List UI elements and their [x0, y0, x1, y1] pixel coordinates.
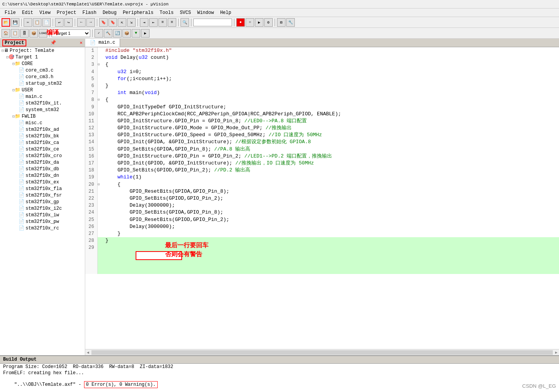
tree-fsr[interactable]: 📄 stm32f10x_fsr: [0, 192, 85, 199]
sep6: [178, 19, 179, 26]
code-line-3: 3 ⊟ {: [85, 61, 559, 68]
build-output: Build Output Program Size: Code=1052 RO-…: [0, 355, 559, 392]
tb2-btn3[interactable]: 🗄: [20, 29, 29, 38]
code-line-11: 11 GPIO_InitStructure.GPIO_Pin = GPIO_Pi…: [85, 118, 559, 125]
tree-core[interactable]: ⊟ 📁 CORE: [0, 60, 85, 67]
tree-ex[interactable]: 📄 stm32f10x_ex: [0, 179, 85, 185]
tb2-btn5[interactable]: LOAD: [39, 29, 47, 38]
back-button[interactable]: ←: [77, 18, 86, 27]
build-icon[interactable]: ●: [236, 18, 245, 27]
bookmark-button[interactable]: 🔖: [99, 18, 108, 27]
tree-startup[interactable]: 📄 startup_stm32: [0, 80, 85, 87]
tree-gp[interactable]: 📄 stm32f10x_gp: [0, 199, 85, 205]
tree-rc[interactable]: 📄 stm32f10x_rc: [0, 225, 85, 231]
tree-system[interactable]: 📄 system_stm32: [0, 106, 85, 113]
tree-root[interactable]: ⊟ 🖥 Project: Temlate: [0, 47, 85, 54]
download-btn[interactable]: ▼: [132, 29, 140, 38]
format2-button[interactable]: ≡: [168, 18, 176, 27]
panel-pin[interactable]: 📌: [50, 40, 56, 46]
stop-icon[interactable]: ○: [246, 18, 254, 27]
fwd-button[interactable]: →: [86, 18, 95, 27]
bookmark4-button[interactable]: ⇲: [127, 18, 136, 27]
tab-mainc[interactable]: 📄 main.c: [85, 39, 120, 47]
tree-core-cm3c[interactable]: 📄 core_cm3.c: [0, 67, 85, 74]
tree-ad[interactable]: 📄 stm32f10x_ad: [0, 126, 85, 133]
tb2-btn1[interactable]: 🏠: [2, 29, 10, 38]
editor-area: 📄 main.c 1 #include "stm32f10x.h" 2 void…: [85, 39, 559, 355]
tree-dn[interactable]: 📄 stm32f10x_dn: [0, 172, 85, 179]
hscroll-right[interactable]: ▶: [554, 350, 559, 355]
project-tree: ⊟ 🖥 Project: Temlate ⊟ 🎯 Target 1 ⊟ 📁 CO…: [0, 47, 85, 355]
rebuild-btn[interactable]: 🔄: [113, 29, 122, 38]
save-button[interactable]: 💾: [11, 18, 19, 27]
tab-label: main.c: [98, 40, 115, 45]
menu-item-debug[interactable]: Debug: [100, 9, 120, 16]
hscroll-left[interactable]: ◀: [85, 350, 91, 355]
target-select[interactable]: Target 1: [52, 29, 90, 37]
tree-da[interactable]: 📄 stm32f10x_da: [0, 159, 85, 166]
tree-target1[interactable]: ⊟ 🎯 Target 1: [0, 54, 85, 60]
code-line-2: 2 void Delay(u32 count): [85, 54, 559, 61]
menu-item-flash[interactable]: Flash: [79, 9, 100, 16]
tsep2: [92, 29, 93, 37]
tree-core-cm3h[interactable]: 📄 core_cm3.h: [0, 74, 85, 80]
build-btn[interactable]: 🔨: [104, 29, 112, 38]
menu-item-help[interactable]: Help: [217, 9, 234, 16]
tree-bk[interactable]: 📄 stm32f10x_bk: [0, 133, 85, 139]
tree-i2c[interactable]: 📄 stm32f10x_i2c: [0, 205, 85, 212]
tree-pw[interactable]: 📄 stm32f10x_pw: [0, 218, 85, 225]
tree-cro[interactable]: 📄 stm32f10x_cro: [0, 152, 85, 159]
grid-button[interactable]: ⊞: [277, 18, 286, 27]
menu-item-peripherals[interactable]: Peripherals: [120, 9, 157, 16]
find-button[interactable]: 🔍: [181, 18, 189, 27]
code-line-16: 16 GPIO_InitStructure.GPIO_Pin = GPIO_Pi…: [85, 153, 559, 160]
hscroll[interactable]: ◀ ▶: [85, 349, 559, 355]
open-button[interactable]: 📂: [2, 18, 10, 27]
start-debug-btn[interactable]: ▶: [141, 29, 150, 38]
menu-item-edit[interactable]: Edit: [19, 9, 36, 16]
tab-icon: 📄: [90, 40, 96, 46]
tree-db[interactable]: 📄 stm32f10x_db: [0, 166, 85, 172]
tb2-btn4[interactable]: 📦: [29, 29, 38, 38]
tree-user[interactable]: ⊟ 📁 USER: [0, 87, 85, 93]
compile-btn[interactable]: ✓: [95, 29, 103, 38]
menu-item-file[interactable]: File: [2, 9, 19, 16]
batchbuild-btn[interactable]: 📦: [122, 29, 131, 38]
tree-fwlib[interactable]: ⊟ 📁 FWLIB: [0, 113, 85, 120]
code-view[interactable]: 1 #include "stm32f10x.h" 2 void Delay(u3…: [85, 47, 559, 349]
watermark: CSDN @L_EG: [522, 383, 556, 389]
cut-button[interactable]: ✂: [24, 18, 32, 27]
bookmark2-button[interactable]: 🔖: [108, 18, 117, 27]
menu-item-tools[interactable]: Tools: [157, 9, 177, 16]
tool-button[interactable]: 🔧: [286, 18, 295, 27]
redo-button[interactable]: ↪: [64, 18, 73, 27]
code-line-4: 4 u32 i=0;: [85, 68, 559, 75]
tree-fla[interactable]: 📄 stm32f10x_fla: [0, 185, 85, 192]
tb2-btn2[interactable]: 📋: [11, 29, 19, 38]
tree-iw[interactable]: 📄 stm32f10x_iw: [0, 212, 85, 218]
paste-button[interactable]: 📄: [42, 18, 51, 27]
tree-mainc[interactable]: 📄 main.c: [0, 93, 85, 100]
menu-item-project[interactable]: Project: [53, 9, 79, 16]
project-panel: Project 📌 ✕ ⊟ 🖥 Project: Temlate ⊟ 🎯 Tar…: [0, 39, 85, 355]
panel-close[interactable]: ✕: [80, 40, 83, 46]
menu-item-window[interactable]: Window: [194, 9, 217, 16]
settings-icon[interactable]: ⚙: [264, 18, 273, 27]
unindent-button[interactable]: ⇤: [149, 18, 158, 27]
run-icon[interactable]: ▶: [255, 18, 263, 27]
undo-button[interactable]: ↩: [55, 18, 64, 27]
copy-button[interactable]: 📋: [33, 18, 41, 27]
tree-stm32it[interactable]: 📄 stm32f10x_it.: [0, 100, 85, 106]
menu-item-view[interactable]: View: [36, 9, 54, 16]
search-input[interactable]: dataBuffer: [193, 19, 232, 26]
tree-ca[interactable]: 📄 stm32f10x_ca: [0, 139, 85, 146]
sep4: [97, 19, 97, 26]
format-button[interactable]: ≡: [158, 18, 167, 27]
tree-ce[interactable]: 📄 stm32f10x_ce: [0, 146, 85, 152]
indent-button[interactable]: ⇥: [140, 18, 148, 27]
code-line-18: 18 GPIO_SetBits(GPIOD,GPIO_Pin_2); //PD.…: [85, 167, 559, 174]
menu-item-svcs[interactable]: SVCS: [177, 9, 194, 16]
tree-misc[interactable]: 📄 misc.c: [0, 120, 85, 126]
bookmark3-button[interactable]: ⇱: [118, 18, 126, 27]
sep5: [138, 19, 138, 26]
